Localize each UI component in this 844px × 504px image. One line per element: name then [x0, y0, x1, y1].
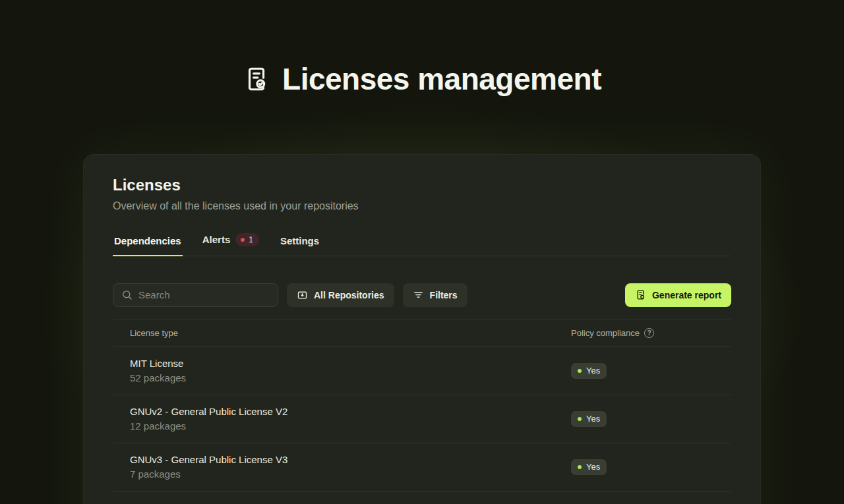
compliance-dot-icon — [578, 417, 582, 421]
license-cell: MIT License 52 packages — [113, 358, 571, 383]
page-title: Licenses management — [282, 63, 601, 96]
all-repositories-button[interactable]: All Repositories — [287, 283, 394, 307]
policy-compliance-label: Policy compliance — [571, 328, 640, 338]
all-repositories-label: All Repositories — [314, 290, 384, 300]
compliance-cell: Yes — [571, 363, 731, 379]
compliance-value: Yes — [586, 462, 600, 472]
license-name: GNUv3 - General Public License V3 — [130, 454, 571, 465]
licenses-panel: Licenses Overview of all the licenses us… — [83, 154, 761, 504]
alerts-count-badge: 1 — [235, 233, 259, 246]
license-name: GNUv2 - General Public License V2 — [130, 406, 571, 417]
tab-dependencies[interactable]: Dependencies — [113, 231, 183, 256]
column-policy-compliance: Policy compliance ? — [571, 328, 731, 338]
alert-dot-icon — [241, 238, 245, 242]
filter-icon — [413, 289, 424, 300]
search-box[interactable] — [113, 283, 278, 307]
generate-report-label: Generate report — [652, 290, 721, 300]
compliance-cell: Yes — [571, 411, 731, 427]
license-packages: 7 packages — [130, 468, 571, 480]
compliance-badge: Yes — [571, 363, 607, 379]
compliance-badge: Yes — [571, 411, 607, 427]
tab-bar: Dependencies Alerts 1 Settings — [113, 229, 731, 256]
tab-settings-label: Settings — [280, 235, 319, 246]
compliance-value: Yes — [586, 366, 600, 376]
table-row[interactable]: MIT License 52 packages Yes — [113, 347, 731, 395]
panel-heading: Licenses — [113, 176, 731, 194]
licenses-table: License type Policy compliance ? MIT Lic… — [113, 320, 731, 491]
filters-button[interactable]: Filters — [403, 283, 467, 307]
search-icon — [121, 289, 133, 300]
license-cell: GNUv3 - General Public License V3 7 pack… — [113, 454, 571, 480]
license-packages: 52 packages — [130, 372, 571, 383]
filters-label: Filters — [430, 290, 458, 300]
license-packages: 12 packages — [130, 420, 571, 432]
license-name: MIT License — [130, 358, 571, 369]
table-header: License type Policy compliance ? — [113, 320, 731, 347]
generate-report-button[interactable]: Generate report — [625, 283, 731, 307]
compliance-badge: Yes — [571, 459, 607, 475]
license-cell: GNUv2 - General Public License V2 12 pac… — [113, 406, 571, 432]
repository-icon — [297, 289, 308, 300]
table-row[interactable]: GNUv2 - General Public License V2 12 pac… — [113, 395, 731, 443]
compliance-cell: Yes — [571, 459, 731, 475]
tab-settings[interactable]: Settings — [279, 231, 320, 256]
tab-dependencies-label: Dependencies — [114, 235, 181, 246]
panel-subtitle: Overview of all the licenses used in you… — [113, 200, 731, 212]
license-document-icon — [243, 65, 270, 93]
tab-alerts[interactable]: Alerts 1 — [201, 229, 260, 256]
column-license-type: License type — [113, 328, 571, 338]
compliance-dot-icon — [578, 369, 582, 373]
report-icon — [635, 289, 646, 300]
help-icon[interactable]: ? — [644, 328, 654, 338]
search-input[interactable] — [138, 289, 270, 300]
toolbar: All Repositories Filters Generate report — [113, 283, 731, 307]
alerts-count: 1 — [249, 235, 253, 244]
table-row[interactable]: GNUv3 - General Public License V3 7 pack… — [113, 443, 731, 491]
compliance-value: Yes — [586, 414, 600, 424]
page-header: Licenses management — [0, 0, 844, 96]
compliance-dot-icon — [578, 465, 582, 469]
tab-alerts-label: Alerts — [202, 234, 231, 245]
